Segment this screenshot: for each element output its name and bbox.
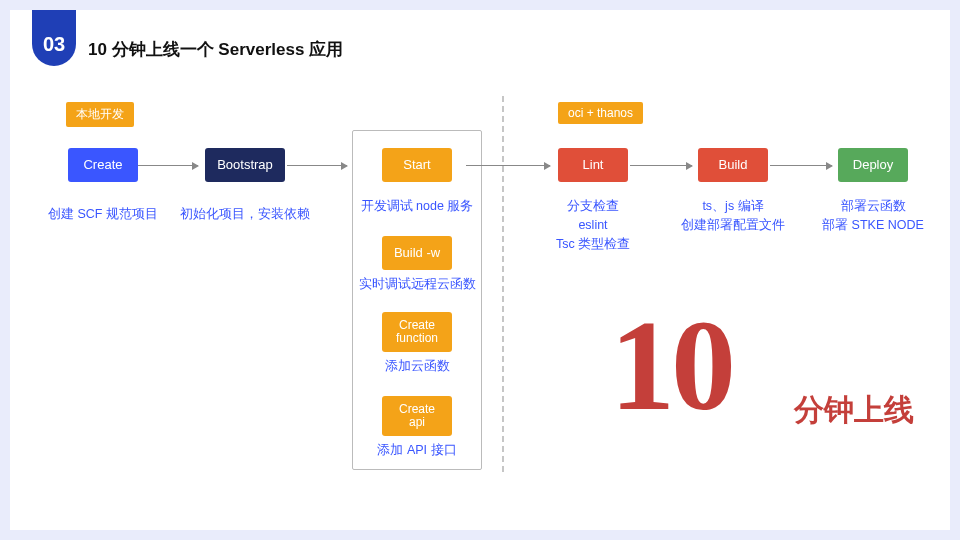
slide: 03 10 分钟上线一个 Serverless 应用 本地开发 oci + th…: [10, 10, 950, 530]
caption-create-api: 添加 API 接口: [356, 441, 478, 460]
step-lint: Lint: [558, 148, 628, 182]
arrow-lint-to-build: [630, 165, 692, 166]
arrow-create-to-bootstrap: [138, 165, 198, 166]
caption-create: 创建 SCF 规范项目: [40, 205, 166, 224]
vertical-divider: [502, 96, 504, 472]
substep-build-w: Build -w: [382, 236, 452, 270]
step-create: Create: [68, 148, 138, 182]
substep-create-function: Createfunction: [382, 312, 452, 352]
tag-local-dev: 本地开发: [66, 102, 134, 127]
step-start: Start: [382, 148, 452, 182]
callout-number: 10: [610, 300, 732, 430]
section-number-badge: 03: [32, 10, 76, 66]
slide-title: 10 分钟上线一个 Serverless 应用: [88, 38, 343, 61]
step-bootstrap: Bootstrap: [205, 148, 285, 182]
step-deploy: Deploy: [838, 148, 908, 182]
arrow-bootstrap-to-start: [287, 165, 347, 166]
callout-text: 分钟上线: [794, 390, 914, 431]
caption-build: ts、js 编译创建部署配置文件: [670, 197, 796, 235]
caption-build-w: 实时调试远程云函数: [356, 275, 478, 294]
caption-lint: 分支检查eslintTsc 类型检查: [530, 197, 656, 253]
substep-create-api: Createapi: [382, 396, 452, 436]
tag-oci-thanos: oci + thanos: [558, 102, 643, 124]
caption-bootstrap: 初始化项目，安装依赖: [178, 205, 312, 224]
arrow-start-to-lint: [466, 165, 550, 166]
caption-deploy: 部署云函数部署 STKE NODE: [808, 197, 938, 235]
arrow-build-to-deploy: [770, 165, 832, 166]
caption-create-function: 添加云函数: [356, 357, 478, 376]
caption-start: 开发调试 node 服务: [356, 197, 478, 216]
step-build: Build: [698, 148, 768, 182]
